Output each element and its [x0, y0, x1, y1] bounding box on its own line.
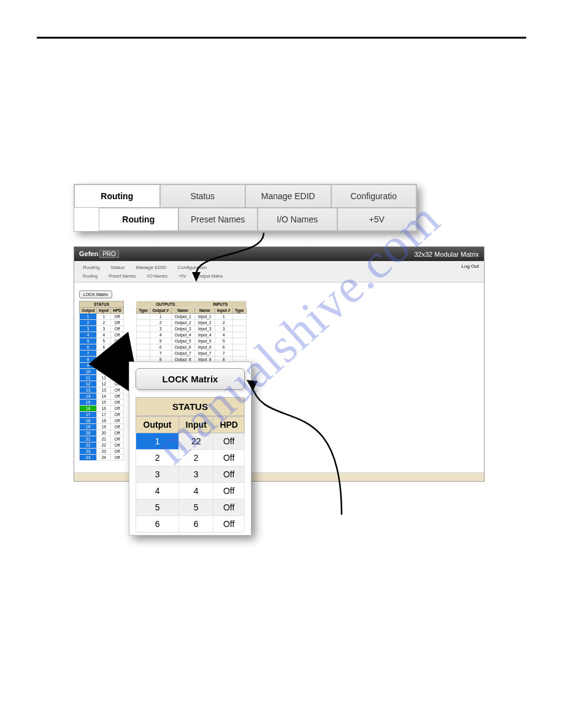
table-row[interactable]: 2424Off	[80, 455, 124, 461]
table-row[interactable]: 1313Off	[80, 387, 124, 393]
table-row[interactable]: 1414Off	[80, 393, 124, 400]
table-row[interactable]: 1919Off	[80, 424, 124, 430]
secondary-tab-bar: RoutingPreset NamesI/O Names+5VOutput Ma…	[74, 271, 484, 282]
table-row[interactable]: 2Output_2Input_22	[136, 320, 246, 326]
nav-tab--5v[interactable]: +5V	[337, 208, 417, 231]
table-row[interactable]: 1717Off	[80, 412, 124, 418]
mini-tab[interactable]: Status	[107, 264, 129, 271]
status-table-title: STATUS	[136, 397, 245, 416]
table-row[interactable]: 1616Off	[80, 406, 124, 412]
nav-tab-preset-names[interactable]: Preset Names	[178, 208, 258, 231]
col-header: Output	[80, 308, 97, 314]
mini-sub-tab[interactable]: Routing	[79, 273, 101, 279]
mini-sub-tab[interactable]: I/O Names	[144, 273, 171, 279]
nav-tab-routing[interactable]: Routing	[74, 184, 160, 208]
table-row[interactable]: 122Off	[136, 433, 245, 450]
mini-tab[interactable]: Configuration	[174, 264, 211, 271]
table-row[interactable]: 1Output_1Input_11	[136, 314, 246, 320]
nav-tab-manage-edid[interactable]: Manage EDID	[245, 184, 331, 208]
status-table: OutputInputHPD 122Off22Off33Off44Off55Of…	[136, 416, 245, 533]
col-header: Input #	[215, 308, 232, 314]
mini-sub-tab[interactable]: Preset Names	[105, 273, 139, 279]
col-header: Name	[171, 308, 194, 314]
nav-tab-i-o-names[interactable]: I/O Names	[258, 208, 337, 231]
browser-header: GefenPRO 32x32 Modular Matrix	[74, 247, 484, 261]
col-header: Input	[179, 417, 213, 433]
table-row[interactable]: 2222Off	[80, 442, 124, 449]
col-header: Output #	[150, 308, 171, 314]
col-header: HPD	[111, 308, 124, 314]
nav-tab-configuratio[interactable]: Configuratio	[331, 184, 417, 208]
page-top-rule	[37, 37, 526, 39]
product-title: 32x32 Modular Matrix	[414, 251, 479, 258]
status-callout-panel: LOCK Matrix STATUS OutputInputHPD 122Off…	[129, 362, 251, 536]
col-header: Type	[136, 308, 150, 314]
mini-sub-tab[interactable]: +5V	[175, 273, 190, 279]
table-row[interactable]: 1515Off	[80, 400, 124, 406]
table-row[interactable]: 1818Off	[80, 418, 124, 424]
lock-matrix-button[interactable]: LOCK Matrix	[136, 368, 245, 390]
table-row[interactable]: 44Off	[136, 483, 245, 499]
table-row[interactable]: 5Output_5Input_55	[136, 338, 246, 344]
mini-tab[interactable]: Manage EDID	[132, 264, 170, 271]
col-header: Input	[97, 308, 111, 314]
table-row[interactable]: 22Off	[136, 450, 245, 466]
table-row[interactable]: 33Off	[136, 466, 245, 483]
table-row[interactable]: 4Output_4Input_44	[136, 332, 246, 338]
col-header: Output	[136, 417, 179, 433]
table-row[interactable]: 66Off	[136, 516, 245, 533]
table-row[interactable]: 55Off	[136, 499, 245, 516]
mini-sub-tab[interactable]: Output Mains	[194, 273, 227, 279]
col-header: Name	[194, 308, 215, 314]
nav-tab-status[interactable]: Status	[160, 184, 246, 208]
table-row[interactable]: 2323Off	[80, 449, 124, 455]
nav-tab-routing[interactable]: Routing	[99, 208, 178, 231]
table-row[interactable]: 3Output_3Input_33	[136, 326, 246, 332]
table-row[interactable]: 2020Off	[80, 430, 124, 436]
table-row[interactable]: 11Off	[80, 314, 124, 320]
col-header: HPD	[213, 417, 245, 433]
col-header: Type	[232, 308, 246, 314]
table-row[interactable]: 2121Off	[80, 436, 124, 442]
logout-link[interactable]: Log Out	[462, 264, 479, 271]
brand-logo: GefenPRO	[79, 250, 119, 258]
lock-matrix-button-mini[interactable]: LOCK Matrix	[79, 290, 112, 298]
primary-tab-bar: RoutingStatusManage EDIDConfigurationLog…	[74, 261, 484, 271]
tabs-callout: RoutingStatusManage EDIDConfiguratio Rou…	[74, 184, 417, 232]
mini-tab[interactable]: Routing	[79, 264, 104, 271]
